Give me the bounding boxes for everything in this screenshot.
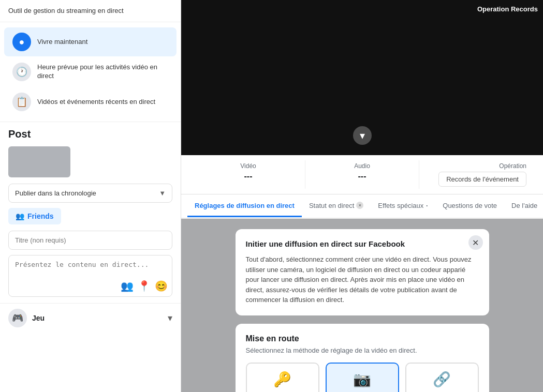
- post-title: Post: [8, 128, 172, 140]
- tab-status-badge: ×: [356, 202, 363, 209]
- tab-settings[interactable]: Réglages de diffusion en direct: [187, 195, 302, 217]
- intro-dialog-text: Tout d'abord, sélectionnez comment créer…: [246, 254, 479, 305]
- title-input[interactable]: [8, 231, 172, 250]
- sidebar-item-scheduled-label: Heure prévue pour les activités vidéo en…: [37, 63, 168, 81]
- game-section-left: 🎮 Jeu: [8, 309, 45, 327]
- sidebar-item-recent-label: Vidéos et événements récents en direct: [37, 98, 155, 107]
- game-label: Jeu: [32, 314, 45, 322]
- tab-status[interactable]: Statut en direct ×: [302, 195, 371, 217]
- setup-options-row: 🔑 Utiliser le mot de passe Live Clé 📷 Ut…: [246, 363, 479, 393]
- video-stat: Vidéo ---: [192, 160, 305, 189]
- tab-effects-dot: ·: [425, 201, 428, 210]
- sidebar: Outil de gestion du streaming en direct …: [0, 0, 181, 392]
- recent-icon: 📋: [12, 93, 31, 111]
- live-now-icon: ●: [12, 33, 31, 51]
- friends-icon: 👥: [16, 212, 24, 220]
- friends-label: Friends: [27, 212, 54, 220]
- stream-key-icon: 🔑: [273, 371, 291, 388]
- intro-dialog-title: Initier une diffusion en direct sur Face…: [246, 239, 479, 248]
- sidebar-nav: ● Vivre maintenant 🕐 Heure prévue pour l…: [0, 22, 181, 122]
- tabs-bar: Réglages de diffusion en direct Statut e…: [181, 194, 543, 219]
- paired-encoder-icon: 🔗: [433, 371, 451, 388]
- tab-help[interactable]: De l'aide: [504, 195, 543, 217]
- friends-button[interactable]: 👥 Friends: [8, 208, 61, 224]
- clock-icon: 🕐: [12, 63, 31, 81]
- sidebar-item-live-now[interactable]: ● Vivre maintenant: [4, 27, 177, 56]
- publish-chevron-icon: ▼: [159, 189, 166, 197]
- publish-dropdown-button[interactable]: Publier dans la chronologie ▼: [8, 184, 172, 203]
- video-stat-label: Vidéo: [198, 162, 299, 170]
- tag-people-icon[interactable]: 👥: [121, 280, 134, 292]
- setup-dialog-title: Mise en route: [246, 334, 479, 343]
- video-preview: Operation Records ▾: [181, 0, 543, 155]
- tab-help-label: De l'aide: [511, 202, 537, 209]
- event-records-button[interactable]: Records de l'événement: [438, 172, 526, 187]
- setup-dialog-subtitle: Sélectionnez la méthode de réglage de la…: [246, 346, 479, 354]
- setup-dialog: Mise en route Sélectionnez la méthode de…: [236, 324, 489, 393]
- scroll-chevron-button[interactable]: ▾: [353, 126, 372, 145]
- tab-effects[interactable]: Effets spéciaux ·: [371, 194, 435, 218]
- sidebar-item-live-now-label: Vivre maintenant: [37, 38, 87, 47]
- game-icon: 🎮: [8, 309, 27, 327]
- sidebar-item-scheduled[interactable]: 🕐 Heure prévue pour les activités vidéo …: [4, 57, 177, 86]
- sidebar-header: Outil de gestion du streaming en direct: [0, 0, 181, 22]
- chevron-down-icon: ▾: [360, 129, 365, 142]
- tab-settings-label: Réglages de diffusion en direct: [195, 202, 295, 209]
- content-input-wrapper: 👥 📍 😊: [8, 255, 172, 297]
- game-section[interactable]: 🎮 Jeu ▾: [0, 304, 181, 333]
- avatar-placeholder: [8, 146, 70, 177]
- emoji-icon[interactable]: 😊: [155, 280, 168, 292]
- tab-status-label: Statut en direct: [309, 202, 354, 209]
- post-section: Post Publier dans la chronologie ▼ 👥 Fri…: [0, 122, 181, 304]
- operation-records-title: Operation Records: [477, 5, 538, 13]
- sidebar-item-recent[interactable]: 📋 Vidéos et événements récents en direct: [4, 87, 177, 116]
- tab-vote-label: Questions de vote: [443, 202, 497, 209]
- audio-stat-label: Audio: [312, 162, 413, 170]
- camera-icon: 📷: [353, 371, 371, 388]
- option-stream-key[interactable]: 🔑 Utiliser le mot de passe Live Clé: [246, 363, 319, 393]
- stats-bar: Vidéo --- Audio --- Opération Records de…: [181, 155, 543, 194]
- intro-dialog-close-button[interactable]: ✕: [468, 235, 483, 250]
- content-input-icons: 👥 📍 😊: [121, 280, 168, 292]
- sidebar-header-title: Outil de gestion du streaming en direct: [8, 6, 172, 16]
- main-area: Operation Records ▾ Vidéo --- Audio --- …: [181, 0, 543, 392]
- publish-dropdown-label: Publier dans la chronologie: [15, 189, 96, 197]
- operation-records-panel: Operation Records: [477, 5, 538, 15]
- content-input[interactable]: [15, 261, 166, 276]
- option-camera[interactable]: 📷 Utilisez l'appareil photo: [326, 363, 399, 393]
- dialog-overlay: Initier une diffusion en direct sur Face…: [181, 219, 543, 392]
- audio-stat: Audio ---: [305, 160, 419, 189]
- intro-dialog: Initier une diffusion en direct sur Face…: [236, 229, 489, 315]
- tab-effects-label: Effets spéciaux: [378, 202, 423, 209]
- operation-stat-label: Opération: [425, 162, 526, 170]
- operation-stat: Opération Records de l'événement: [419, 160, 533, 189]
- game-chevron-icon: ▾: [168, 312, 172, 324]
- main-content: Initier une diffusion en direct sur Face…: [181, 219, 543, 392]
- audio-stat-value: ---: [312, 172, 413, 181]
- location-icon[interactable]: 📍: [138, 280, 151, 292]
- video-stat-value: ---: [198, 172, 299, 181]
- option-paired-encoder[interactable]: 🔗 Utiliser des encodeurs appariés: [405, 363, 479, 393]
- tab-vote[interactable]: Questions de vote: [435, 195, 504, 217]
